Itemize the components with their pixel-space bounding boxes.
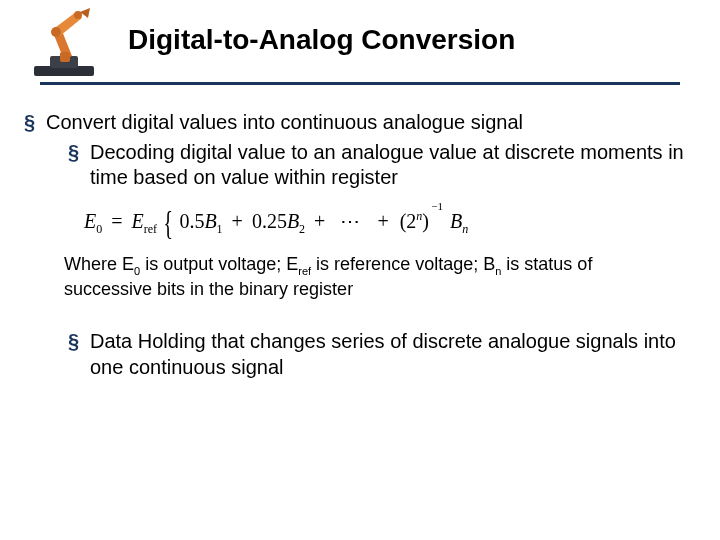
bullet-text: Data Holding that changes series of disc… (90, 329, 696, 380)
content: § Convert digital values into continuous… (24, 110, 696, 381)
sym-coef: 0.5 (179, 210, 204, 232)
sym-dots: ⋯ (340, 210, 362, 232)
sym-Eref: E (132, 210, 144, 232)
bullet-text: Convert digital values into continuous a… (46, 110, 523, 136)
bullet-level2: § Decoding digital value to an analogue … (68, 140, 696, 191)
sym-plus: + (377, 210, 388, 232)
sym-inverse-power: (2n) −1 (400, 209, 429, 235)
where-text: is reference voltage; B (311, 254, 495, 274)
where-text: Where E (64, 254, 134, 274)
sym-two: 2 (406, 210, 416, 232)
sym-plus: + (232, 210, 243, 232)
where-clause: Where E0 is output voltage; Eref is refe… (64, 253, 666, 301)
robot-arm-icon (30, 6, 108, 80)
sym-sub0: 0 (96, 222, 102, 236)
sym-sub1: 1 (217, 222, 223, 236)
svg-rect-4 (60, 52, 70, 62)
bullet-marker-icon: § (68, 329, 90, 380)
sym-B: B (450, 210, 462, 232)
sym-equals: = (111, 210, 122, 232)
title-underline (40, 82, 680, 85)
sym-B: B (287, 210, 299, 232)
page-title: Digital-to-Analog Conversion (128, 24, 515, 56)
bullet-marker-icon: § (24, 110, 46, 136)
bullet-text: Decoding digital value to an analogue va… (90, 140, 696, 191)
sym-E: E (84, 210, 96, 232)
sym-B: B (204, 210, 216, 232)
sym-coef: 0.25 (252, 210, 287, 232)
sym-subref: ref (144, 222, 157, 236)
sym-sub2: 2 (299, 222, 305, 236)
sym-plus: + (314, 210, 325, 232)
where-text: is output voltage; E (140, 254, 298, 274)
bullet-level2: § Data Holding that changes series of di… (68, 329, 696, 380)
bullet-marker-icon: § (68, 140, 90, 191)
sym-subn: n (462, 222, 468, 236)
header: Digital-to-Analog Conversion (0, 0, 720, 92)
sym-subref: ref (298, 265, 311, 277)
formula: E0 = Eref { 0.5B1 + 0.25B2 + ⋯ + (2n) −1… (84, 209, 696, 237)
sym-paren: ) (422, 210, 429, 232)
bullet-level1: § Convert digital values into continuous… (24, 110, 696, 136)
sym-neg1: −1 (431, 199, 443, 213)
slide: Digital-to-Analog Conversion § Convert d… (0, 0, 720, 540)
svg-point-2 (51, 27, 61, 37)
